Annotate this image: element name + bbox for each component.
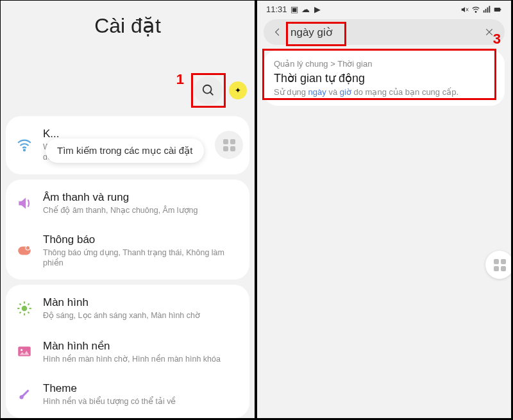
result-title: Thời gian tự động bbox=[274, 71, 494, 85]
row-subtitle: Độ sáng, Lọc ánh sáng xanh, Màn hình chờ bbox=[43, 310, 239, 321]
notification-icon bbox=[16, 242, 33, 259]
row-subtitle: Hình nền màn hình chờ, Hình nền màn hình… bbox=[43, 354, 239, 364]
status-left: 11:31 ▣ ☁ ▶ bbox=[266, 4, 322, 14]
svg-line-11 bbox=[28, 312, 29, 314]
settings-row-display[interactable]: Màn hình Độ sáng, Lọc ánh sáng xanh, Màn… bbox=[6, 287, 249, 330]
result-description: Sử dụng ngày và giờ do mạng của bạn cung… bbox=[274, 87, 494, 97]
svg-point-0 bbox=[203, 85, 212, 94]
row-title: Màn hình bbox=[43, 296, 239, 309]
picture-icon bbox=[16, 343, 33, 360]
callout-label-1: 1 bbox=[176, 71, 184, 88]
search-icon bbox=[201, 83, 215, 97]
wifi-status-icon bbox=[471, 5, 480, 14]
svg-point-4 bbox=[26, 246, 29, 250]
grid-icon bbox=[223, 139, 235, 151]
row-title: Màn hình nền bbox=[43, 339, 239, 353]
mute-icon bbox=[460, 5, 469, 14]
svg-point-2 bbox=[24, 149, 25, 151]
sun-icon bbox=[16, 300, 33, 317]
settings-card-display: Màn hình Độ sáng, Lọc ánh sáng xanh, Màn… bbox=[6, 285, 249, 418]
svg-point-15 bbox=[21, 349, 22, 351]
search-tooltip: Tìm kiếm trong các mục cài đặt bbox=[46, 139, 204, 163]
settings-header: Cài đặt bbox=[1, 1, 255, 38]
highlight: giờ bbox=[340, 87, 351, 97]
row-title: Âm thanh và rung bbox=[43, 191, 239, 204]
status-bar: 11:31 ▣ ☁ ▶ bbox=[257, 1, 511, 15]
status-right bbox=[460, 5, 502, 14]
page-title: Cài đặt bbox=[1, 13, 255, 38]
svg-rect-19 bbox=[484, 10, 485, 13]
settings-toolbar: 1 ✦ bbox=[1, 38, 255, 111]
row-title: Thông báo bbox=[43, 233, 239, 246]
result-breadcrumb: Quản lý chung > Thời gian bbox=[274, 59, 494, 69]
svg-line-1 bbox=[210, 92, 214, 96]
highlight: ngày bbox=[308, 87, 326, 97]
callout-label-3: 3 bbox=[493, 31, 501, 47]
search-input[interactable] bbox=[290, 26, 478, 38]
search-result-item[interactable]: 3 Quản lý chung > Thời gian Thời gian tự… bbox=[264, 50, 505, 106]
brush-icon bbox=[16, 386, 33, 403]
svg-rect-24 bbox=[500, 8, 501, 10]
search-button[interactable] bbox=[194, 76, 223, 105]
cloud-indicator-icon: ☁ bbox=[301, 5, 310, 14]
phone-left-settings: Cài đặt 1 ✦ Tìm kiếm trong các mục cài đ… bbox=[0, 0, 255, 419]
row-title: Theme bbox=[43, 382, 239, 395]
svg-rect-20 bbox=[485, 8, 487, 12]
wifi-icon bbox=[16, 137, 33, 153]
settings-row-sound[interactable]: Âm thanh và rung Chế độ âm thanh, Nhạc c… bbox=[6, 182, 249, 224]
smartthings-icon[interactable]: ✦ bbox=[229, 81, 247, 99]
speaker-icon bbox=[16, 195, 33, 212]
play-indicator-icon: ▶ bbox=[313, 5, 322, 14]
row-subtitle: Thông báo ứng dụng, Thanh trạng thái, Kh… bbox=[43, 248, 239, 269]
row-text: Âm thanh và rung Chế độ âm thanh, Nhạc c… bbox=[43, 191, 239, 215]
back-button[interactable] bbox=[273, 26, 284, 38]
settings-row-wallpaper[interactable]: Màn hình nền Hình nền màn hình chờ, Hình… bbox=[6, 330, 249, 373]
grid-icon bbox=[494, 259, 506, 271]
settings-row-notifications[interactable]: Thông báo Thông báo ứng dụng, Thanh trạn… bbox=[6, 224, 249, 278]
floating-grid-button[interactable] bbox=[485, 251, 512, 279]
svg-point-5 bbox=[22, 306, 28, 312]
row-subtitle: Hình nền và biểu tượng có thể tải về bbox=[43, 396, 239, 407]
svg-line-13 bbox=[28, 304, 29, 305]
settings-row-theme[interactable]: Theme Hình nền và biểu tượng có thể tải … bbox=[6, 373, 249, 416]
svg-rect-22 bbox=[489, 6, 491, 13]
gallery-indicator-icon: ▣ bbox=[290, 5, 299, 14]
row-subtitle: Chế độ âm thanh, Nhạc chuông, Âm lượng bbox=[43, 205, 239, 215]
status-time: 11:31 bbox=[266, 4, 287, 14]
row-text: Theme Hình nền và biểu tượng có thể tải … bbox=[43, 382, 239, 407]
signal-icon bbox=[482, 5, 491, 14]
phone-right-search: 11:31 ▣ ☁ ▶ 2 bbox=[256, 0, 512, 419]
svg-rect-21 bbox=[487, 7, 489, 12]
battery-icon bbox=[493, 5, 502, 14]
svg-line-12 bbox=[19, 312, 21, 314]
row-text: Màn hình nền Hình nền màn hình chờ, Hình… bbox=[43, 339, 239, 364]
category-grid-button[interactable] bbox=[215, 131, 243, 159]
svg-line-10 bbox=[19, 304, 21, 305]
row-text: Thông báo Thông báo ứng dụng, Thanh trạn… bbox=[43, 233, 239, 269]
settings-card-sound: Âm thanh và rung Chế độ âm thanh, Nhạc c… bbox=[6, 180, 249, 280]
svg-point-18 bbox=[475, 11, 476, 12]
row-text: Màn hình Độ sáng, Lọc ánh sáng xanh, Màn… bbox=[43, 296, 239, 321]
svg-rect-23 bbox=[494, 8, 500, 12]
search-bar bbox=[264, 19, 505, 45]
